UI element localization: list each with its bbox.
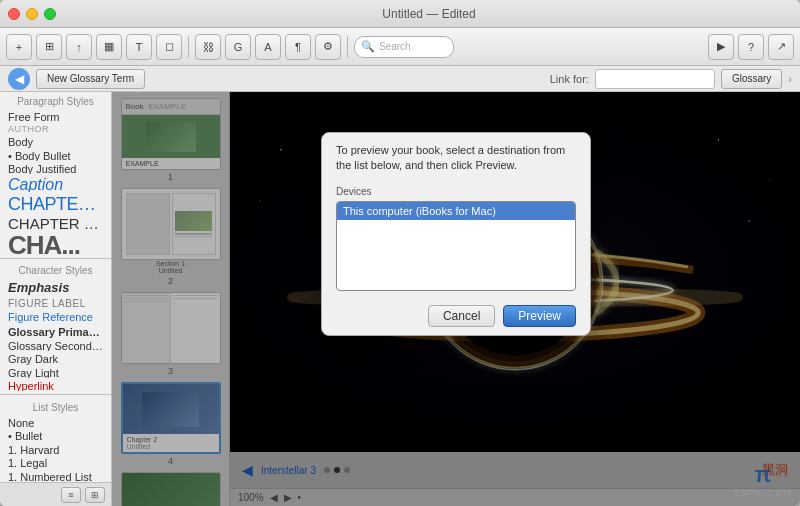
link-button[interactable]: ⛓ [195,34,221,60]
style-body-justified[interactable]: Body Justified [0,161,111,174]
divider2 [0,394,111,395]
style-free-form[interactable]: Free Form [0,109,111,122]
right-area: Book EXAMPLE EXAMPLE 1 [112,92,800,506]
style-glossary-primary[interactable]: Glossary Primary Def... [0,324,111,337]
link-for-label: Link for: [550,73,589,85]
style-emphasis[interactable]: Emphasis [0,278,111,297]
device-this-computer[interactable]: This computer (iBooks for Mac) [337,202,575,220]
body-layout: Paragraph Styles Free Form AUTHOR Body •… [0,92,800,506]
chart-button[interactable]: ◻ [156,34,182,60]
style-hyperlink[interactable]: Hyperlink [0,378,111,391]
character-styles-label: Character Styles [0,261,111,278]
import-button[interactable]: ↑ [66,34,92,60]
style-figure-label[interactable]: FIGURE LABEL [0,297,111,310]
style-cha-large[interactable]: CHA... [0,230,111,254]
list-styles-label: List Styles [0,398,111,415]
search-placeholder: Search [379,41,411,52]
style-body-bullet[interactable]: • Body Bullet [0,148,111,161]
sidebar-footer: ≡ ⊞ [0,482,111,506]
minimize-button[interactable] [26,8,38,20]
grid-view-btn[interactable]: ⊞ [85,487,105,503]
share-button[interactable]: ↗ [768,34,794,60]
sep2 [347,36,348,58]
add-button[interactable]: + [6,34,32,60]
style-glossary-secondary[interactable]: Glossary Secondary ... [0,338,111,351]
style-chapter-n[interactable]: CHAPTER N... [0,192,111,212]
modal-footer: Cancel Preview [322,297,590,335]
paragraph-styles-label: Paragraph Styles [0,92,111,109]
arrow-right: › [788,73,792,85]
format-button[interactable]: ¶ [285,34,311,60]
nav-icon[interactable]: ◀ [8,68,30,90]
new-glossary-term-button[interactable]: New Glossary Term [36,69,145,89]
list-view-btn[interactable]: ≡ [61,487,81,503]
main-toolbar: + ⊞ ↑ ▦ T ◻ ⛓ G A ¶ ⚙ 🔍 Search ▶ ? ↗ [0,28,800,66]
styles-panel: Paragraph Styles Free Form AUTHOR Body •… [0,92,112,506]
help-button[interactable]: ? [738,34,764,60]
style-body[interactable]: Body [0,134,111,147]
app-window: Untitled — Edited + ⊞ ↑ ▦ T ◻ ⛓ G A ¶ ⚙ … [0,0,800,506]
search-bar[interactable]: 🔍 Search [354,36,454,58]
style-gray-dark[interactable]: Gray Dark [0,351,111,364]
style-legal[interactable]: 1. Legal [0,455,111,468]
preview-button[interactable]: Preview [503,305,576,327]
modal-overlay: To preview your book, select a destinati… [112,92,800,506]
close-button[interactable] [8,8,20,20]
style-none[interactable]: None [0,415,111,428]
maximize-button[interactable] [44,8,56,20]
style-gray-light[interactable]: Gray Light [0,365,111,378]
window-title: Untitled — Edited [66,7,792,21]
style-bullet[interactable]: • Bullet [0,428,111,441]
preview-button[interactable]: ▶ [708,34,734,60]
style-numbered[interactable]: 1. Numbered List [0,469,111,482]
divider1 [0,258,111,259]
settings-button[interactable]: ⚙ [315,34,341,60]
preview-device-modal: To preview your book, select a destinati… [321,132,591,336]
traffic-lights [8,8,56,20]
glossary-button[interactable]: G [225,34,251,60]
titlebar: Untitled — Edited [0,0,800,28]
table-button[interactable]: ▦ [96,34,122,60]
style-harvard[interactable]: 1. Harvard [0,442,111,455]
device-empty-2[interactable] [337,226,575,232]
style-chapter-nu[interactable]: CHAPTER NU... [0,213,111,230]
devices-listbox[interactable]: This computer (iBooks for Mac) [336,201,576,291]
link-input[interactable] [595,69,715,89]
font-button[interactable]: A [255,34,281,60]
modal-body: Devices This computer (iBooks for Mac) [322,180,590,297]
style-figure-ref[interactable]: Figure Reference [0,310,111,324]
shape-button[interactable]: T [126,34,152,60]
glossary-tab-button[interactable]: Glossary [721,69,782,89]
cancel-button[interactable]: Cancel [428,305,495,327]
glossary-toolbar: ◀ New Glossary Term Link for: Glossary › [0,66,800,92]
view-button[interactable]: ⊞ [36,34,62,60]
sep1 [188,36,189,58]
style-caption[interactable]: Caption [0,174,111,192]
search-icon: 🔍 [361,40,375,53]
modal-instruction: To preview your book, select a destinati… [322,133,590,180]
style-author-header: AUTHOR [0,122,111,134]
devices-label: Devices [336,186,576,197]
